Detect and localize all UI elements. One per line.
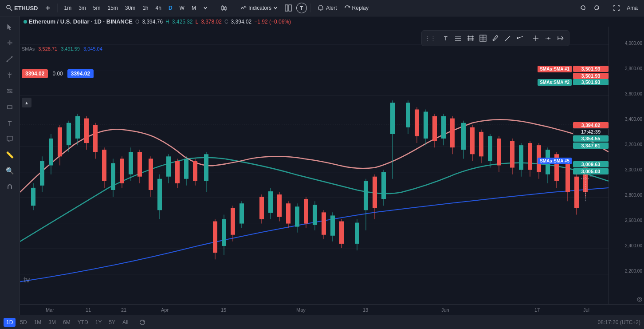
- user-menu[interactable]: Ama: [624, 3, 640, 13]
- tf-15m[interactable]: 15m: [105, 3, 120, 13]
- svg-rect-4: [222, 6, 224, 10]
- annotation-tool[interactable]: [3, 132, 17, 146]
- measure-tool[interactable]: 📏: [3, 148, 17, 162]
- chart-svg[interactable]: [20, 27, 609, 304]
- tf-30m[interactable]: 30m: [122, 3, 138, 13]
- tf-M[interactable]: M: [189, 3, 199, 13]
- price-level-3800: 3,800.00: [625, 66, 642, 71]
- price-level-4000: 4,000.00: [625, 41, 642, 46]
- svg-rect-142: [390, 103, 395, 134]
- chart-type-btn[interactable]: [218, 3, 230, 13]
- dt-dots[interactable]: ⋮⋮: [424, 32, 436, 44]
- dt-arrow[interactable]: [555, 32, 566, 44]
- svg-rect-86: [120, 159, 124, 183]
- dt-eyedropper[interactable]: [490, 32, 501, 44]
- alert-btn[interactable]: Alert: [314, 3, 340, 13]
- cursor-tool[interactable]: [3, 20, 17, 34]
- svg-rect-180: [574, 177, 579, 208]
- bb-tf-1m[interactable]: 1M: [31, 318, 44, 327]
- crosshair-tool[interactable]: ✛: [3, 36, 17, 50]
- open-value: 3,394.76: [142, 19, 163, 25]
- bb-tf-3m[interactable]: 3M: [46, 318, 59, 327]
- trendline-icon: [6, 55, 13, 63]
- tf-3m[interactable]: 3m: [76, 3, 89, 13]
- tf-D[interactable]: D: [166, 3, 175, 13]
- change-display: 0.00: [51, 69, 64, 78]
- price-level-3200: 3,200.00: [625, 142, 642, 147]
- tf-1h[interactable]: 1h: [140, 3, 151, 13]
- svg-rect-80: [93, 125, 98, 152]
- time-label-apr: Apr: [161, 307, 169, 313]
- add-symbol-btn[interactable]: [42, 3, 54, 13]
- pencil-icon: [504, 35, 511, 42]
- separator-4: [310, 4, 311, 12]
- undo-btn[interactable]: [577, 2, 589, 14]
- dt-fib[interactable]: [477, 32, 489, 44]
- dt-cross[interactable]: [530, 32, 542, 44]
- template-btn[interactable]: T: [296, 3, 307, 13]
- svg-rect-7: [224, 7, 226, 10]
- val3-tag: 3,009.63: [573, 161, 609, 167]
- bb-tf-6m[interactable]: 6M: [60, 318, 73, 327]
- svg-rect-154: [450, 119, 455, 148]
- tf-W[interactable]: W: [177, 3, 187, 13]
- svg-rect-134: [355, 223, 359, 244]
- dt-lines[interactable]: [452, 32, 464, 44]
- tf-4h[interactable]: 4h: [153, 3, 164, 13]
- pitchfork-tool[interactable]: [3, 68, 17, 82]
- bb-tf-1d[interactable]: 1D: [4, 318, 16, 327]
- bb-tf-ytd[interactable]: YTD: [75, 318, 91, 327]
- svg-rect-72: [58, 127, 62, 157]
- trend-line-tool[interactable]: [3, 52, 17, 66]
- symbol-search[interactable]: ETHUSD: [4, 3, 40, 13]
- svg-point-14: [7, 61, 8, 62]
- svg-line-13: [7, 57, 12, 61]
- dt-plus[interactable]: [542, 32, 554, 44]
- text-tool[interactable]: T: [3, 116, 17, 130]
- layout-btn[interactable]: [282, 3, 295, 13]
- price-level-3600: 3,600.00: [625, 91, 642, 96]
- collapse-btn[interactable]: ▲: [22, 98, 31, 107]
- indicators-label: Indicators: [248, 5, 271, 11]
- tf-1m[interactable]: 1m: [61, 3, 74, 13]
- high-label: H: [165, 19, 169, 25]
- bb-tf-5y[interactable]: 5Y: [106, 318, 118, 327]
- bottom-time: 08:17:20 (UTC+2): [598, 319, 640, 325]
- shape-tool[interactable]: [3, 100, 17, 114]
- svg-line-17: [8, 74, 10, 75]
- tf-5m[interactable]: 5m: [90, 3, 103, 13]
- dt-pencil[interactable]: [502, 32, 514, 44]
- price-level-3000: 3,000.00: [625, 167, 642, 172]
- replay-btn[interactable]: Replay: [342, 3, 371, 13]
- fibonacci-tool[interactable]: [3, 84, 17, 98]
- sma2-tag: SMAs:SMA #2: [538, 79, 572, 86]
- dt-parallel[interactable]: [465, 32, 476, 44]
- svg-rect-10: [285, 5, 288, 11]
- dt-lines-icon: [455, 35, 462, 42]
- pitchfork-icon: [6, 71, 13, 79]
- bb-tf-all[interactable]: All: [120, 318, 131, 327]
- dt-ray[interactable]: [514, 32, 526, 44]
- chart-canvas-area[interactable]: SMAs 3,528.71 3,491.59 3,045.04 3394.02 …: [20, 27, 609, 304]
- bb-tf-5d[interactable]: 5D: [17, 318, 29, 327]
- svg-rect-34: [480, 35, 486, 41]
- time-label-mar: Mar: [46, 307, 54, 313]
- svg-line-40: [505, 40, 506, 41]
- zoom-tool[interactable]: 🔍: [3, 164, 17, 178]
- svg-rect-76: [75, 116, 80, 139]
- svg-rect-150: [432, 116, 437, 141]
- indicators-icon: [240, 5, 247, 11]
- dt-text[interactable]: T: [440, 32, 452, 44]
- magnet-tool[interactable]: [3, 180, 17, 194]
- redo-btn[interactable]: [591, 2, 603, 14]
- bb-tf-1y[interactable]: 1Y: [93, 318, 105, 327]
- indicators-btn[interactable]: Indicators: [238, 3, 280, 13]
- svg-rect-160: [479, 132, 483, 156]
- fullscreen-btn[interactable]: [611, 3, 622, 13]
- tf-dropdown[interactable]: [200, 4, 210, 12]
- live-dot: [24, 20, 27, 24]
- toolbar-right: Ama: [577, 2, 640, 14]
- svg-rect-168: [519, 145, 523, 170]
- reset-chart-btn[interactable]: [136, 316, 149, 329]
- compass-icon[interactable]: ◎: [637, 295, 642, 302]
